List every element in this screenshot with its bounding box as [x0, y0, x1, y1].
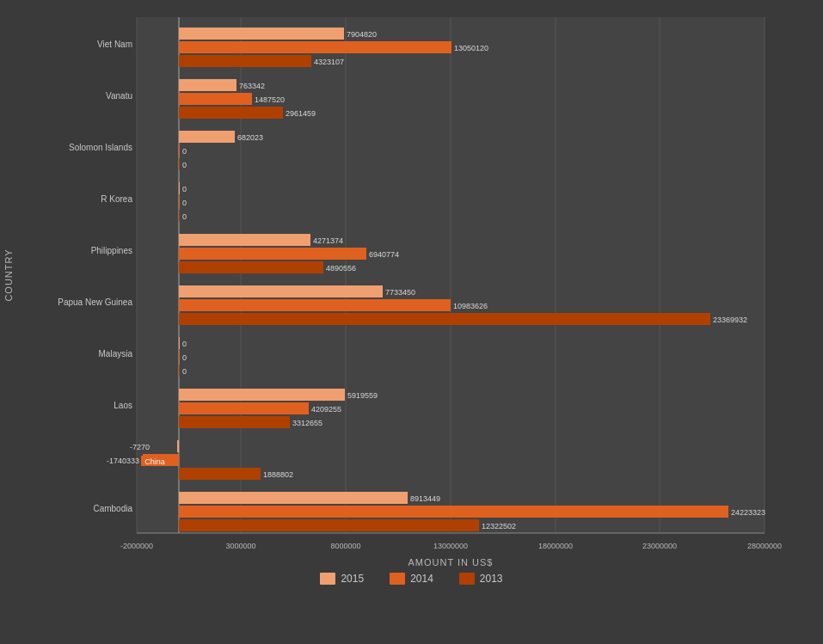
- chart-legend: 2015 2014 2013: [320, 573, 502, 585]
- xtick-3m: 3000000: [225, 542, 255, 550]
- xtick-18m: 18000000: [537, 542, 572, 550]
- bar-laos-2014: [179, 402, 309, 414]
- legend-item-2013: 2013: [459, 573, 503, 585]
- bar-phil-2014: [179, 248, 366, 260]
- label-malaysia-2015: 0: [182, 340, 187, 348]
- label-solomon-2014: 0: [182, 147, 187, 156]
- bar-solomon-2015: [179, 131, 235, 143]
- xtick-8m: 8000000: [330, 542, 360, 550]
- country-label-cambodia: Cambodia: [93, 504, 132, 513]
- bar-vanatu-2013: [179, 107, 283, 119]
- country-label-solomon: Solomon Islands: [69, 143, 132, 152]
- label-rkorea-2014: 0: [182, 199, 187, 207]
- chart-area: COUNTRY 7904820 13050120 4323107 Viet Na…: [25, 9, 799, 567]
- bar-vanatu-2014: [179, 93, 252, 105]
- legend-item-2015: 2015: [320, 573, 364, 585]
- label-viet-nam-2013: 4323107: [314, 58, 344, 66]
- legend-color-2014: [390, 573, 405, 585]
- label-solomon-2015: 682023: [237, 133, 263, 142]
- country-label-vanatu: Vanatu: [106, 91, 132, 101]
- legend-label-2015: 2015: [341, 573, 364, 585]
- bar-viet-nam-2014: [179, 41, 451, 53]
- chart-container: COUNTRY 7904820 13050120 4323107 Viet Na…: [0, 0, 823, 644]
- bar-viet-nam-2015: [179, 28, 344, 40]
- bar-china-2013: [179, 468, 261, 480]
- bar-cambodia-2015: [179, 492, 408, 504]
- bar-chart: COUNTRY 7904820 13050120 4323107 Viet Na…: [25, 9, 799, 567]
- xtick-28m: 28000000: [746, 542, 781, 550]
- country-label-philippines: Philippines: [90, 246, 132, 255]
- bar-malaysia-2013: [179, 365, 180, 377]
- xtick-minus2m: -2000000: [120, 542, 152, 550]
- label-cambodia-2015: 8913449: [410, 494, 440, 503]
- label-png-2014: 10983626: [453, 302, 488, 310]
- label-png-2015: 7733450: [385, 288, 415, 297]
- legend-label-2013: 2013: [480, 573, 503, 585]
- country-label-rkorea: R Korea: [101, 194, 132, 204]
- label-vanatu-2015: 763342: [239, 82, 265, 90]
- label-malaysia-2014: 0: [182, 353, 187, 362]
- label-rkorea-2015: 0: [182, 185, 187, 193]
- label-vanatu-2014: 1487520: [255, 95, 285, 104]
- y-axis-label: COUNTRY: [3, 248, 14, 301]
- bar-cambodia-2013: [179, 519, 479, 531]
- bar-rkorea-2013: [179, 210, 180, 222]
- legend-color-2015: [320, 573, 335, 585]
- label-cambodia-2013: 12322502: [482, 522, 516, 531]
- bar-vanatu-2015: [179, 79, 236, 91]
- label-rkorea-2013: 0: [182, 212, 187, 221]
- label-laos-2015: 5919559: [347, 391, 378, 400]
- label-laos-2013: 3312655: [292, 419, 322, 427]
- bar-laos-2013: [179, 416, 290, 428]
- label-cambodia-2014: 24223323: [731, 508, 765, 517]
- bar-rkorea-2015: [179, 182, 180, 194]
- label-phil-2014: 6940774: [369, 250, 399, 259]
- bar-malaysia-2015: [179, 337, 180, 349]
- bar-phil-2013: [179, 261, 323, 273]
- legend-item-2014: 2014: [390, 573, 433, 585]
- label-png-2013: 23369932: [713, 316, 747, 324]
- bar-malaysia-2014: [179, 351, 180, 363]
- bar-cambodia-2014: [179, 506, 728, 518]
- label-china-country: China: [144, 457, 165, 466]
- bar-rkorea-2014: [179, 196, 180, 208]
- label-china-2013: 1888802: [263, 470, 293, 479]
- label-viet-nam-2014: 13050120: [454, 44, 488, 52]
- bar-png-2014: [179, 299, 451, 311]
- label-malaysia-2013: 0: [182, 367, 187, 376]
- bar-png-2013: [179, 313, 710, 325]
- label-viet-nam-2015: 7904820: [347, 30, 377, 39]
- bar-laos-2015: [179, 389, 345, 401]
- country-label-laos: Laos: [114, 401, 132, 410]
- xtick-13m: 13000000: [433, 542, 467, 550]
- bar-china-2015: [177, 440, 179, 452]
- bar-solomon-2013: [179, 158, 180, 170]
- bar-png-2015: [179, 285, 383, 297]
- country-label-viet-nam: Viet Nam: [97, 40, 132, 49]
- country-label-png: Papua New Guinea: [58, 297, 132, 307]
- country-label-malaysia: Malaysia: [98, 349, 132, 359]
- bar-solomon-2014: [179, 144, 180, 156]
- label-phil-2015: 4271374: [313, 236, 343, 245]
- label-solomon-2013: 0: [182, 161, 187, 169]
- label-china-2014: -1740333: [106, 457, 138, 465]
- label-phil-2013: 4890556: [326, 264, 356, 273]
- label-laos-2014: 4209255: [311, 405, 341, 414]
- legend-color-2013: [459, 573, 475, 585]
- bar-phil-2015: [179, 234, 310, 246]
- label-vanatu-2013: 2961459: [286, 109, 316, 118]
- label-china-2015: -7270: [129, 443, 149, 451]
- x-axis-label: AMOUNT IN US$: [408, 557, 493, 567]
- legend-label-2014: 2014: [410, 573, 433, 585]
- xtick-23m: 23000000: [642, 542, 676, 550]
- bar-viet-nam-2013: [179, 55, 311, 67]
